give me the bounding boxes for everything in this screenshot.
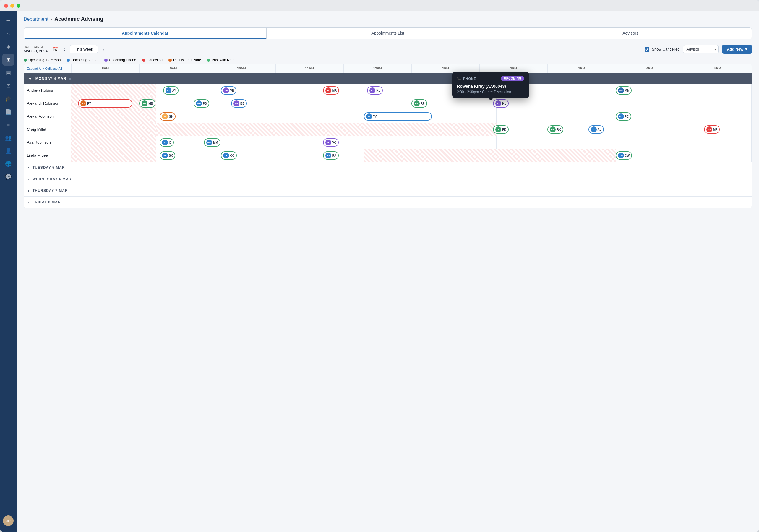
minimize-button[interactable] [10,4,14,8]
show-cancelled-checkbox[interactable] [645,47,649,52]
date-range-label: Date Range [24,46,48,49]
timeline-alexandr: RT RT MB MB PD PD BB BB [71,97,752,110]
sidebar-item-graduation[interactable]: 🎓 [2,93,14,104]
prev-week-button[interactable]: ‹ [62,46,66,53]
close-button[interactable] [4,4,8,8]
appt-AL[interactable]: A AL [588,125,604,134]
sidebar-item-people[interactable]: 👥 [2,132,14,143]
day-label-monday: MONDAY 4 MAR [35,77,66,81]
expand-collapse-button[interactable]: Expand All / Collapse All [24,64,71,73]
day-thursday-row[interactable]: › THURSDAY 7 MAR [24,185,752,196]
calendar-container: Expand All / Collapse All 8AM 9AM 10AM 1… [24,64,752,208]
sidebar-item-globe[interactable]: 🌐 [2,158,14,170]
advisor-name-linda: Linda MiLee [24,149,71,162]
sidebar-item-document[interactable]: 📄 [2,106,14,118]
legend-label-virtual: Upcoming Virtual [71,58,98,62]
show-cancelled-text: Show Cancelled [652,47,679,52]
titlebar [0,0,759,11]
appt-PD[interactable]: PD PD [194,99,209,107]
sidebar-item-calendar[interactable]: ⊡ [2,80,14,92]
sidebar-item-menu[interactable]: ☰ [2,15,14,26]
day-label-friday: FRIDAY 8 MAR [32,200,61,204]
appt-MM[interactable]: MM MM [204,138,220,146]
timeline-craig: F FK RK RK A AL MF MF [71,123,752,136]
appt-MR[interactable]: M MR [323,86,339,95]
maximize-button[interactable] [17,4,20,8]
day-friday-row[interactable]: › FRIDAY 8 MAR [24,196,752,208]
appt-CW[interactable]: CW CW [616,151,632,160]
thursday-arrow: › [28,189,29,192]
calendar-picker-icon[interactable]: 📅 [53,46,59,52]
time-8am: 8AM [71,64,139,73]
day-label-thursday: THURSDAY 7 MAR [32,188,68,193]
appt-AY[interactable]: AY AY [163,86,179,95]
appt-VR[interactable]: VR VR [221,86,236,95]
sidebar-item-person[interactable]: 👤 [2,145,14,157]
this-week-button[interactable]: This Week [70,45,98,54]
appt-KL-tooltip-target[interactable]: KL KL [493,99,508,107]
tab-appointments-list[interactable]: Appointments List [266,28,509,39]
sidebar-item-home[interactable]: ⌂ [2,28,14,40]
sidebar-item-list[interactable]: ≡ [2,119,14,131]
legend-item-3: Cancelled [142,58,163,62]
sidebar-item-scan[interactable]: ⊞ [2,54,14,65]
sidebar-item-chat[interactable]: 💬 [2,171,14,183]
tabs-container: Appointments Calendar Appointments List … [24,27,752,39]
header: Department › Academic Advising [17,11,759,24]
appt-RP[interactable]: RP RP [412,99,427,107]
appt-FK[interactable]: F FK [493,125,508,134]
appt-VC[interactable]: VC VC [323,138,339,146]
day-tuesday-row[interactable]: › TUESDAY 5 MAR [24,162,752,174]
appt-CC[interactable]: CC CC [221,151,236,160]
calendar-section: Expand All / Collapse All 8AM 9AM 10AM 1… [17,64,759,532]
time-headers: 8AM 9AM 10AM 11AM 12PM 1PM 2PM 3PM 4PM 5… [71,64,752,73]
appt-MB[interactable]: MB MB [139,99,155,107]
wednesday-arrow: › [28,177,29,181]
timeline-andrew: AY AY VR VR M MR KL KL [71,84,752,97]
legend: Upcoming In-Person Upcoming Virtual Upco… [17,56,759,64]
appt-RT[interactable]: RT RT [78,99,133,107]
breadcrumb-department[interactable]: Department [24,17,49,22]
appt-RA[interactable]: RA RA [323,151,339,160]
date-range-value: Mar 3-9, 2024 [24,49,48,53]
legend-item-2: Upcoming Phone [104,58,136,62]
day-wednesday-row[interactable]: › WEDNESDAY 6 MAR [24,174,752,185]
time-9am: 9AM [139,64,207,73]
appt-MF[interactable]: MF MF [704,125,720,134]
appt-PC[interactable]: PC PC [616,112,631,121]
day-label-tuesday: TUESDAY 5 MAR [32,166,65,170]
appt-SK[interactable]: SK SK [160,151,175,160]
tuesday-arrow: › [28,166,29,169]
time-11am: 11AM [275,64,343,73]
time-3pm: 3PM [547,64,615,73]
appt-BB[interactable]: BB BB [231,99,247,107]
table-row: Andrew Robins AY AY VR VR M MR [24,84,752,97]
appt-TY[interactable]: TY TY [364,112,432,121]
next-week-button[interactable]: › [101,46,105,53]
advisor-select[interactable]: Advisor [683,45,719,54]
appt-MN[interactable]: MN MN [616,86,632,95]
sidebar-item-chart[interactable]: ◈ [2,41,14,53]
avatar[interactable]: JD [3,515,14,526]
show-cancelled-label: Show Cancelled [645,47,679,52]
appt-IJ[interactable]: IJ IJ [160,138,174,146]
legend-dot-phone [104,59,107,62]
advisor-name-alexandr: Alexandr Robinson [24,97,71,110]
time-4pm: 4PM [616,64,684,73]
time-10am: 10AM [207,64,275,73]
tooltip-arrow [488,98,493,101]
legend-label-inperson: Upcoming In-Person [28,58,60,62]
appt-RK[interactable]: RK RK [547,125,563,134]
legend-dot-cancelled [142,59,145,62]
calendar-header-row: Expand All / Collapse All 8AM 9AM 10AM 1… [24,64,752,73]
add-new-button[interactable]: Add New ▾ [722,45,752,54]
sidebar-item-report[interactable]: ▤ [2,67,14,79]
day-label-wednesday: WEDNESDAY 6 MAR [32,177,71,181]
day-monday-header[interactable]: ▼ MONDAY 4 MAR [24,73,752,84]
appointment-tooltip: 📞 PHONE UPCOMING Rowena Kirby (AA00043) … [452,72,529,98]
tab-advisors[interactable]: Advisors [509,28,752,39]
appt-KL-ap[interactable]: KL KL [367,86,382,95]
appt-GH[interactable]: G GH [160,112,176,121]
tooltip-type: 📞 PHONE [457,77,476,80]
tab-appointments-calendar[interactable]: Appointments Calendar [24,28,266,39]
